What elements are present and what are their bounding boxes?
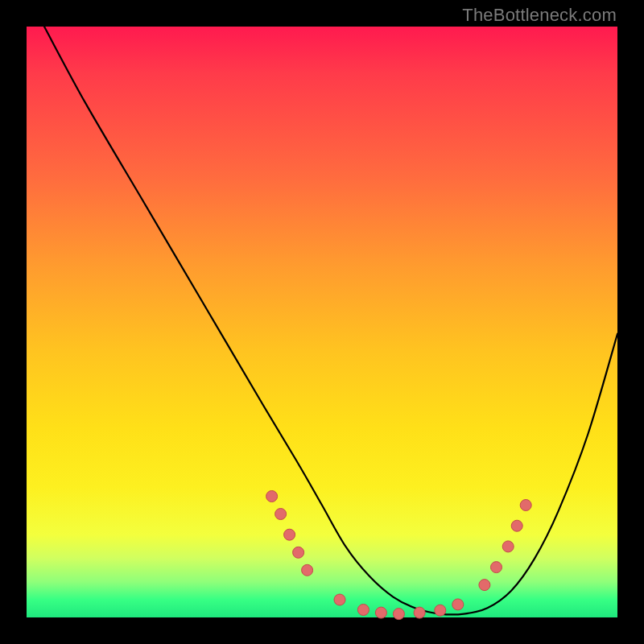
curve-marker [357,605,369,616]
curve-marker [479,580,490,591]
curve-marker [452,599,464,610]
bottleneck-chart [27,27,617,617]
curve-marker [511,520,522,531]
curve-marker [275,509,287,520]
curve-marker [293,547,304,558]
curve-marker [375,607,386,618]
curve-marker [266,491,278,502]
curve-marker [284,529,295,540]
bottleneck-curve-line [44,27,617,614]
watermark-text: TheBottleneck.com [462,5,617,26]
curve-marker [520,500,531,511]
curve-marker [393,609,404,620]
curve-marker [414,607,425,618]
curve-marker [435,605,446,616]
curve-marker [502,541,514,552]
app-frame: TheBottleneck.com [0,0,644,644]
curve-marker [491,562,502,573]
curve-marker [334,594,345,605]
curve-marker [302,564,313,576]
